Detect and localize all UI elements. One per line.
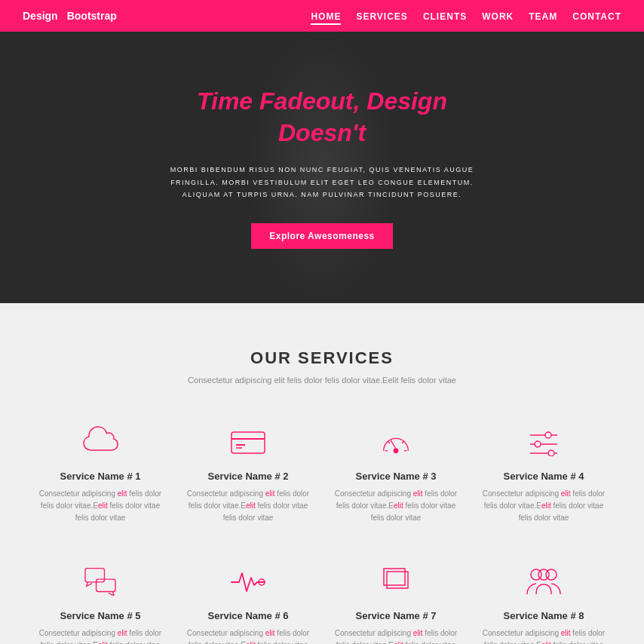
services-grid-bottom: Service Name # 5 Consectetur adipiscing … (30, 554, 614, 644)
explore-button[interactable]: Explore Awesomeness (251, 223, 393, 249)
navbar: Design Bootstrap HOME SERVICES CLIENTS W… (0, 0, 644, 32)
nav-link-team[interactable]: TEAM (529, 11, 557, 22)
svg-point-15 (548, 450, 554, 456)
nav-item-clients[interactable]: CLIENTS (423, 9, 467, 23)
nav-menu: HOME SERVICES CLIENTS WORK TEAM CONTACT (311, 9, 621, 23)
nav-item-team[interactable]: TEAM (529, 9, 557, 23)
service-name-2: Service Name # 2 (208, 471, 289, 482)
nav-item-contact[interactable]: CONTACT (572, 9, 621, 23)
svg-point-4 (394, 449, 397, 452)
service-desc-3: Consectetur adipiscing elit felis dolor … (333, 488, 458, 524)
hero-subtitle: MORBI BIBENDUM RISUS NON NUNC FEUGIAT, Q… (164, 164, 480, 201)
nav-item-home[interactable]: HOME (311, 9, 341, 23)
service-name-5: Service Name # 5 (60, 610, 141, 621)
service-name-6: Service Name # 6 (208, 610, 289, 621)
service-item-2: Service Name # 2 Consectetur adipiscing … (178, 415, 318, 532)
svg-point-13 (545, 432, 551, 438)
services-grid: Service Name # 1 Consectetur adipiscing … (30, 415, 614, 532)
service-item-1: Service Name # 1 Consectetur adipiscing … (30, 415, 170, 532)
nav-link-home[interactable]: HOME (311, 11, 341, 25)
nav-item-services[interactable]: SERVICES (356, 9, 407, 23)
service-name-4: Service Name # 4 (504, 471, 584, 482)
svg-point-14 (535, 441, 541, 447)
nav-link-services[interactable]: SERVICES (356, 11, 407, 22)
hero-title: Time Fadeout, Design Doesn't (164, 86, 480, 149)
services-subtitle: Consectetur adipiscing elit felis dolor … (30, 376, 614, 385)
heartbeat-icon (225, 562, 271, 600)
services-title: OUR SERVICES (30, 348, 614, 368)
brand-design[interactable]: Design (23, 10, 58, 22)
service-item-7: Service Name # 7 Consectetur adipiscing … (326, 554, 466, 644)
service-item-5: Service Name # 5 Consectetur adipiscing … (30, 554, 170, 644)
nav-link-contact[interactable]: CONTACT (572, 11, 621, 22)
service-item-4: Service Name # 4 Consectetur adipiscing … (474, 415, 614, 532)
service-desc-4: Consectetur adipiscing elit felis dolor … (481, 488, 606, 524)
service-desc-1: Consectetur adipiscing elit felis dolor … (38, 488, 163, 524)
svg-line-5 (391, 440, 396, 449)
service-item-6: Service Name # 6 Consectetur adipiscing … (178, 554, 318, 644)
service-name-7: Service Name # 7 (356, 610, 437, 621)
nav-link-clients[interactable]: CLIENTS (423, 11, 467, 22)
svg-line-9 (402, 441, 404, 443)
nav-item-work[interactable]: WORK (482, 9, 514, 23)
service-name-1: Service Name # 1 (60, 471, 141, 482)
svg-point-23 (538, 569, 549, 580)
gauge-icon (373, 422, 419, 460)
service-name-3: Service Name # 3 (356, 471, 437, 482)
hero-section: Time Fadeout, Design Doesn't MORBI BIBEN… (0, 32, 644, 303)
cloud-icon (78, 422, 123, 460)
service-name-8: Service Name # 8 (504, 610, 584, 621)
nav-link-work[interactable]: WORK (482, 11, 514, 22)
service-item-3: Service Name # 3 Consectetur adipiscing … (326, 415, 466, 532)
hero-content: Time Fadeout, Design Doesn't MORBI BIBEN… (164, 86, 480, 249)
service-desc-7: Consectetur adipiscing elit felis dolor … (333, 627, 458, 644)
card-icon (225, 422, 271, 460)
brand-bootstrap[interactable]: Bootstrap (67, 10, 117, 22)
svg-rect-17 (97, 579, 115, 591)
layers-icon (373, 562, 419, 600)
services-section: OUR SERVICES Consectetur adipiscing elit… (0, 303, 644, 644)
service-item-8: Service Name # 8 Consectetur adipiscing … (474, 554, 614, 644)
svg-line-8 (388, 441, 390, 443)
chat-icon (78, 562, 123, 600)
service-desc-6: Consectetur adipiscing elit felis dolor … (186, 627, 311, 644)
service-desc-5: Consectetur adipiscing elit felis dolor … (38, 627, 163, 644)
sliders-icon (521, 422, 566, 460)
service-desc-8: Consectetur adipiscing elit felis dolor … (481, 627, 606, 644)
service-desc-2: Consectetur adipiscing elit felis dolor … (186, 488, 311, 524)
navbar-brand: Design Bootstrap (23, 10, 117, 22)
svg-rect-0 (232, 432, 265, 453)
team-icon (521, 562, 566, 600)
svg-rect-16 (85, 569, 104, 582)
